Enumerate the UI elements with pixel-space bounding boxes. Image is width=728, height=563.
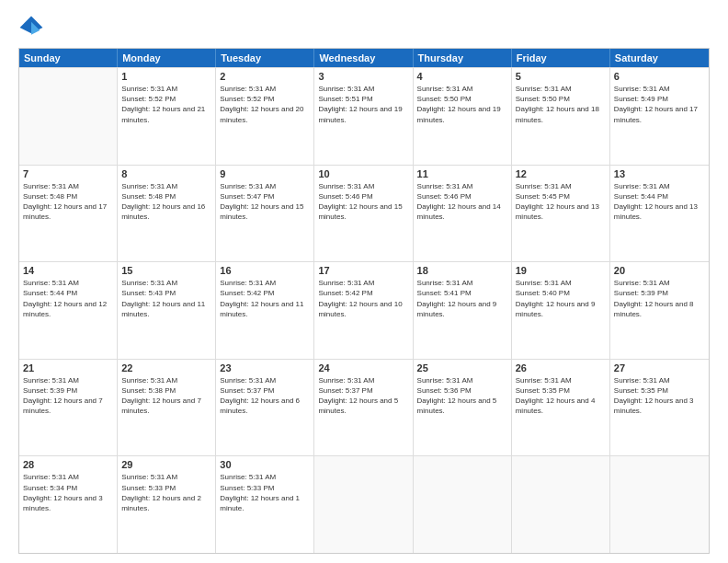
day-number: 25 bbox=[417, 362, 507, 373]
day-number: 21 bbox=[23, 362, 113, 373]
day-number: 11 bbox=[417, 168, 507, 179]
cal-cell: 30Sunrise: 5:31 AM Sunset: 5:33 PM Dayli… bbox=[216, 456, 314, 553]
cell-info: Sunrise: 5:31 AM Sunset: 5:33 PM Dayligh… bbox=[121, 472, 211, 513]
day-number: 16 bbox=[220, 265, 310, 276]
week-row-4: 21Sunrise: 5:31 AM Sunset: 5:39 PM Dayli… bbox=[19, 359, 709, 456]
cal-cell bbox=[19, 68, 118, 165]
header-day-tuesday: Tuesday bbox=[216, 49, 314, 67]
cal-cell: 10Sunrise: 5:31 AM Sunset: 5:46 PM Dayli… bbox=[314, 166, 413, 262]
day-number: 10 bbox=[318, 168, 408, 179]
cal-cell: 14Sunrise: 5:31 AM Sunset: 5:44 PM Dayli… bbox=[19, 262, 118, 359]
day-number: 4 bbox=[417, 71, 507, 82]
cell-info: Sunrise: 5:31 AM Sunset: 5:39 PM Dayligh… bbox=[23, 375, 113, 417]
day-number: 2 bbox=[220, 71, 310, 82]
cal-cell: 2Sunrise: 5:31 AM Sunset: 5:52 PM Daylig… bbox=[216, 68, 314, 165]
header-day-friday: Friday bbox=[512, 49, 610, 67]
cal-cell: 8Sunrise: 5:31 AM Sunset: 5:48 PM Daylig… bbox=[118, 166, 216, 262]
calendar-header: SundayMondayTuesdayWednesdayThursdayFrid… bbox=[19, 49, 709, 67]
day-number: 5 bbox=[516, 71, 606, 82]
cell-info: Sunrise: 5:31 AM Sunset: 5:47 PM Dayligh… bbox=[220, 181, 310, 223]
header-day-wednesday: Wednesday bbox=[314, 49, 413, 67]
cell-info: Sunrise: 5:31 AM Sunset: 5:39 PM Dayligh… bbox=[614, 278, 705, 319]
cell-info: Sunrise: 5:31 AM Sunset: 5:51 PM Dayligh… bbox=[318, 84, 408, 125]
cal-cell: 9Sunrise: 5:31 AM Sunset: 5:47 PM Daylig… bbox=[216, 166, 314, 262]
header-day-saturday: Saturday bbox=[610, 49, 709, 67]
cell-info: Sunrise: 5:31 AM Sunset: 5:50 PM Dayligh… bbox=[516, 84, 606, 125]
cal-cell: 1Sunrise: 5:31 AM Sunset: 5:52 PM Daylig… bbox=[118, 68, 216, 165]
cell-info: Sunrise: 5:31 AM Sunset: 5:49 PM Dayligh… bbox=[614, 84, 705, 125]
day-number: 12 bbox=[516, 168, 606, 179]
cal-cell: 12Sunrise: 5:31 AM Sunset: 5:45 PM Dayli… bbox=[512, 166, 610, 262]
day-number: 7 bbox=[23, 168, 113, 179]
day-number: 14 bbox=[23, 265, 113, 276]
day-number: 13 bbox=[614, 168, 705, 179]
cell-info: Sunrise: 5:31 AM Sunset: 5:33 PM Dayligh… bbox=[220, 472, 310, 513]
cell-info: Sunrise: 5:31 AM Sunset: 5:44 PM Dayligh… bbox=[614, 181, 705, 223]
cal-cell: 5Sunrise: 5:31 AM Sunset: 5:50 PM Daylig… bbox=[512, 68, 610, 165]
cal-cell bbox=[414, 456, 512, 553]
cal-cell: 29Sunrise: 5:31 AM Sunset: 5:33 PM Dayli… bbox=[118, 456, 216, 553]
header-day-sunday: Sunday bbox=[19, 49, 118, 67]
cal-cell: 22Sunrise: 5:31 AM Sunset: 5:38 PM Dayli… bbox=[118, 360, 216, 456]
header bbox=[18, 15, 710, 40]
day-number: 1 bbox=[121, 71, 211, 82]
cal-cell: 21Sunrise: 5:31 AM Sunset: 5:39 PM Dayli… bbox=[19, 360, 118, 456]
day-number: 3 bbox=[318, 71, 408, 82]
calendar: SundayMondayTuesdayWednesdayThursdayFrid… bbox=[18, 48, 710, 554]
cal-cell: 13Sunrise: 5:31 AM Sunset: 5:44 PM Dayli… bbox=[610, 166, 709, 262]
cal-cell: 17Sunrise: 5:31 AM Sunset: 5:42 PM Dayli… bbox=[314, 262, 413, 359]
cell-info: Sunrise: 5:31 AM Sunset: 5:40 PM Dayligh… bbox=[516, 278, 606, 319]
cell-info: Sunrise: 5:31 AM Sunset: 5:50 PM Dayligh… bbox=[417, 84, 507, 125]
cal-cell: 18Sunrise: 5:31 AM Sunset: 5:41 PM Dayli… bbox=[414, 262, 512, 359]
cell-info: Sunrise: 5:31 AM Sunset: 5:48 PM Dayligh… bbox=[121, 181, 211, 223]
cal-cell: 27Sunrise: 5:31 AM Sunset: 5:35 PM Dayli… bbox=[610, 360, 709, 456]
cell-info: Sunrise: 5:31 AM Sunset: 5:52 PM Dayligh… bbox=[220, 84, 310, 125]
cal-cell: 4Sunrise: 5:31 AM Sunset: 5:50 PM Daylig… bbox=[414, 68, 512, 165]
week-row-1: 1Sunrise: 5:31 AM Sunset: 5:52 PM Daylig… bbox=[19, 67, 709, 165]
cal-cell: 25Sunrise: 5:31 AM Sunset: 5:36 PM Dayli… bbox=[414, 360, 512, 456]
cell-info: Sunrise: 5:31 AM Sunset: 5:37 PM Dayligh… bbox=[220, 375, 310, 417]
day-number: 29 bbox=[121, 459, 211, 470]
cell-info: Sunrise: 5:31 AM Sunset: 5:44 PM Dayligh… bbox=[23, 278, 113, 319]
cell-info: Sunrise: 5:31 AM Sunset: 5:41 PM Dayligh… bbox=[417, 278, 507, 319]
cell-info: Sunrise: 5:31 AM Sunset: 5:42 PM Dayligh… bbox=[220, 278, 310, 319]
cal-cell bbox=[512, 456, 610, 553]
logo-icon bbox=[18, 15, 44, 40]
cell-info: Sunrise: 5:31 AM Sunset: 5:34 PM Dayligh… bbox=[23, 472, 113, 513]
cal-cell bbox=[610, 456, 709, 553]
cell-info: Sunrise: 5:31 AM Sunset: 5:36 PM Dayligh… bbox=[417, 375, 507, 417]
week-row-5: 28Sunrise: 5:31 AM Sunset: 5:34 PM Dayli… bbox=[19, 455, 709, 553]
day-number: 23 bbox=[220, 362, 310, 373]
day-number: 17 bbox=[318, 265, 408, 276]
cal-cell: 6Sunrise: 5:31 AM Sunset: 5:49 PM Daylig… bbox=[610, 68, 709, 165]
page: SundayMondayTuesdayWednesdayThursdayFrid… bbox=[0, 0, 728, 563]
day-number: 18 bbox=[417, 265, 507, 276]
cal-cell bbox=[314, 456, 413, 553]
cell-info: Sunrise: 5:31 AM Sunset: 5:48 PM Dayligh… bbox=[23, 181, 113, 223]
day-number: 27 bbox=[614, 362, 705, 373]
cell-info: Sunrise: 5:31 AM Sunset: 5:46 PM Dayligh… bbox=[318, 181, 408, 223]
day-number: 28 bbox=[23, 459, 113, 470]
calendar-body: 1Sunrise: 5:31 AM Sunset: 5:52 PM Daylig… bbox=[19, 67, 709, 553]
cal-cell: 19Sunrise: 5:31 AM Sunset: 5:40 PM Dayli… bbox=[512, 262, 610, 359]
cell-info: Sunrise: 5:31 AM Sunset: 5:45 PM Dayligh… bbox=[516, 181, 606, 223]
day-number: 15 bbox=[121, 265, 211, 276]
cal-cell: 24Sunrise: 5:31 AM Sunset: 5:37 PM Dayli… bbox=[314, 360, 413, 456]
week-row-2: 7Sunrise: 5:31 AM Sunset: 5:48 PM Daylig… bbox=[19, 165, 709, 262]
logo bbox=[18, 15, 48, 40]
cell-info: Sunrise: 5:31 AM Sunset: 5:38 PM Dayligh… bbox=[121, 375, 211, 417]
cal-cell: 15Sunrise: 5:31 AM Sunset: 5:43 PM Dayli… bbox=[118, 262, 216, 359]
cell-info: Sunrise: 5:31 AM Sunset: 5:42 PM Dayligh… bbox=[318, 278, 408, 319]
day-number: 6 bbox=[614, 71, 705, 82]
week-row-3: 14Sunrise: 5:31 AM Sunset: 5:44 PM Dayli… bbox=[19, 261, 709, 359]
day-number: 30 bbox=[220, 459, 310, 470]
cal-cell: 23Sunrise: 5:31 AM Sunset: 5:37 PM Dayli… bbox=[216, 360, 314, 456]
cal-cell: 20Sunrise: 5:31 AM Sunset: 5:39 PM Dayli… bbox=[610, 262, 709, 359]
day-number: 19 bbox=[516, 265, 606, 276]
cell-info: Sunrise: 5:31 AM Sunset: 5:37 PM Dayligh… bbox=[318, 375, 408, 417]
cal-cell: 11Sunrise: 5:31 AM Sunset: 5:46 PM Dayli… bbox=[414, 166, 512, 262]
cal-cell: 3Sunrise: 5:31 AM Sunset: 5:51 PM Daylig… bbox=[314, 68, 413, 165]
cell-info: Sunrise: 5:31 AM Sunset: 5:43 PM Dayligh… bbox=[121, 278, 211, 319]
cell-info: Sunrise: 5:31 AM Sunset: 5:35 PM Dayligh… bbox=[516, 375, 606, 417]
cal-cell: 28Sunrise: 5:31 AM Sunset: 5:34 PM Dayli… bbox=[19, 456, 118, 553]
